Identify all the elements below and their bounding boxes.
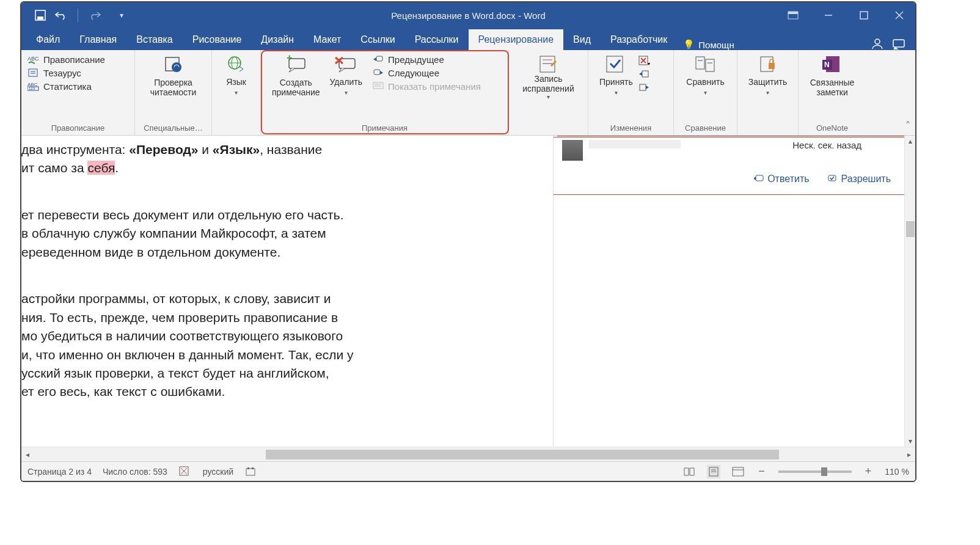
group-label-accessibility: Специальные… [135,122,211,135]
accessibility-label: Проверкачитаемости [150,77,197,98]
show-comments-button[interactable]: Показать примечания [372,81,481,92]
tell-me[interactable]: 💡 Помощн [677,39,740,50]
qat-customize-icon[interactable]: ▾ [115,9,128,22]
tab-mailings[interactable]: Рассылки [405,29,469,50]
new-comment-icon: + [284,54,307,75]
new-comment-button[interactable]: + Создатьпримечание [267,54,325,98]
protect-button[interactable]: Защитить▾ [744,54,792,97]
redo-icon[interactable] [88,9,101,22]
save-icon[interactable] [34,9,47,22]
svg-rect-27 [376,56,382,61]
next-change-button[interactable] [638,82,651,94]
svg-rect-9 [893,40,904,47]
tab-home[interactable]: Главная [70,29,126,50]
compare-icon [693,54,717,75]
vertical-scrollbar[interactable]: ▴ ▾ [904,136,915,447]
tab-review[interactable]: Рецензирование [469,29,564,50]
zoom-out-button[interactable]: − [756,465,767,478]
track-changes-icon [536,54,560,75]
comments-pane: Неск. сек. назад Ответить Разрешить [553,136,915,447]
word-count-button[interactable]: ABC123Статистика [27,81,105,92]
delete-comment-icon [334,54,357,75]
tab-design[interactable]: Дизайн [251,29,304,50]
group-protect: Защитить▾ [737,50,799,135]
track-changes-button[interactable]: Записьисправлений ▾ [517,54,579,98]
linked-notes-button[interactable]: N Связанныезаметки [805,54,860,98]
document-page[interactable]: два инструмента: «Перевод» и «Язык», наз… [21,136,553,447]
language-button[interactable]: Язык▾ [220,54,253,97]
svg-rect-62 [733,467,744,476]
lightbulb-icon: 💡 [683,39,695,50]
tab-layout[interactable]: Макет [304,29,351,50]
svg-rect-43 [706,59,714,71]
svg-rect-56 [246,469,255,475]
accept-button[interactable]: Принять▾ [594,54,638,97]
zoom-level[interactable]: 110 % [885,467,909,477]
previous-comment-button[interactable]: Предыдущее [372,54,481,65]
svg-rect-47 [769,63,775,69]
hscroll-thumb[interactable] [266,450,779,459]
svg-rect-28 [374,70,380,75]
read-mode-icon[interactable] [682,465,696,478]
page-number[interactable]: Страница 2 из 4 [27,467,92,477]
compare-button[interactable]: Сравнить▾ [681,54,729,97]
spelling-icon: ABC [27,54,40,65]
svg-text:N: N [824,60,830,69]
zoom-knob[interactable] [821,467,827,476]
web-layout-icon[interactable] [731,465,745,478]
group-proofing: ABCПравописание Тезаурус ABC123Статистик… [21,50,135,135]
ribbon-options-icon[interactable] [781,2,805,28]
document-title: Рецензирование в Word.docx - Word [391,10,545,21]
group-label-onenote: OneNote [799,122,866,135]
prev-change-button[interactable] [638,68,651,81]
scroll-up-icon[interactable]: ▴ [905,136,916,147]
svg-text:▾: ▾ [648,61,650,67]
highlighted-text: себя [87,161,115,175]
svg-rect-51 [756,175,763,181]
share-icon[interactable] [888,39,910,50]
scroll-thumb[interactable] [906,221,915,237]
resolve-button[interactable]: Разрешить [828,174,891,185]
group-label-comments: Примечания [261,122,508,135]
close-icon[interactable] [887,2,912,28]
comment-timestamp: Неск. сек. назад [792,140,861,150]
proofing-status-icon[interactable] [178,465,192,478]
tab-draw[interactable]: Рисование [183,29,252,50]
macro-status-icon[interactable] [244,465,258,478]
thesaurus-button[interactable]: Тезаурус [27,67,105,78]
group-onenote: N Связанныезаметки OneNote [799,50,866,135]
svg-rect-3 [788,12,798,14]
reply-button[interactable]: Ответить [754,174,809,185]
delete-comment-button[interactable]: Удалить▾ [325,54,367,97]
maximize-icon[interactable] [852,2,876,28]
word-count[interactable]: Число слов: 593 [103,467,167,477]
language-status[interactable]: русский [203,467,233,477]
reject-button[interactable]: ▾ [638,55,651,67]
zoom-slider[interactable] [778,470,852,473]
horizontal-scrollbar[interactable]: ◂ ▸ [21,447,915,461]
group-compare: Сравнить▾ Сравнение [674,50,737,135]
next-comment-button[interactable]: Следующее [372,67,481,78]
ribbon: ABCПравописание Тезаурус ABC123Статистик… [21,50,915,136]
svg-rect-40 [642,71,648,77]
check-accessibility-button[interactable]: Проверкачитаемости [145,54,202,98]
tab-file[interactable]: Файл [26,29,70,50]
undo-icon[interactable] [54,9,68,22]
scroll-down-icon[interactable]: ▾ [905,436,916,447]
tab-view[interactable]: Вид [563,29,601,50]
collapse-ribbon-icon[interactable]: ˄ [905,120,910,131]
minimize-icon[interactable] [816,2,841,28]
zoom-in-button[interactable]: + [863,465,874,478]
tab-developer[interactable]: Разработчик [601,29,677,50]
print-layout-icon[interactable] [707,465,720,478]
scroll-right-icon[interactable]: ▸ [903,450,915,459]
tab-insert[interactable]: Вставка [126,29,182,50]
svg-rect-1 [37,16,43,20]
comment-card[interactable]: Неск. сек. назад [557,136,904,166]
spelling-button[interactable]: ABCПравописание [27,54,105,65]
language-label: Язык▾ [226,77,246,97]
scroll-left-icon[interactable]: ◂ [21,450,34,459]
svg-rect-5 [860,12,868,19]
sign-in-icon[interactable] [866,37,888,50]
tab-references[interactable]: Ссылки [351,29,404,50]
